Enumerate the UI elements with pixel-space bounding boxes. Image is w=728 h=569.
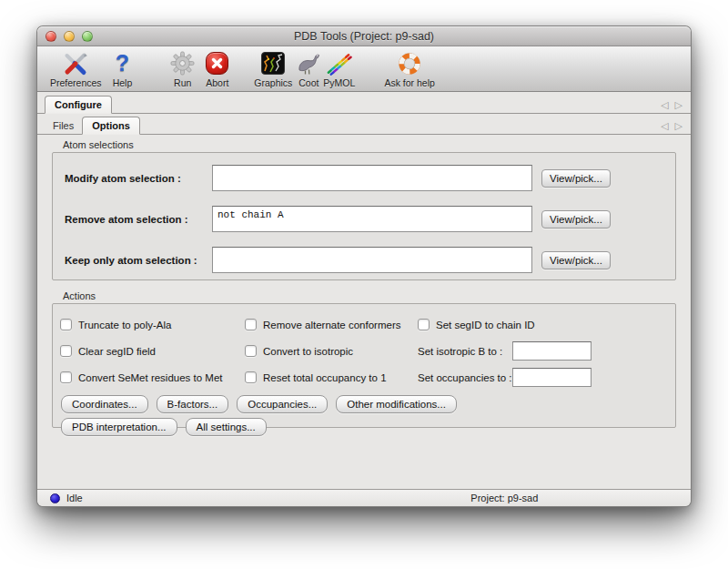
- tab-scroll-right-icon[interactable]: ▷: [675, 121, 682, 131]
- set-isotropic-b-row: Set isotropic B to :: [418, 338, 666, 364]
- molecule-graphics-icon: [261, 52, 285, 75]
- pymol-button[interactable]: PyMOL: [323, 50, 355, 88]
- toolbar-item-label: PyMOL: [323, 77, 355, 88]
- toolbar-item-label: Ask for help: [384, 77, 434, 88]
- checkbox-convert-semet[interactable]: Convert SeMet residues to Met: [60, 364, 245, 391]
- b-factors-button[interactable]: B-factors...: [157, 395, 229, 413]
- checkbox-remove-alternate-conformers[interactable]: Remove alternate conformers: [245, 311, 418, 338]
- status-bar: Idle Project: p9-sad: [37, 489, 691, 506]
- keep-only-viewpick-button[interactable]: View/pick...: [541, 251, 611, 269]
- rainbow-ribbon-icon: [326, 50, 352, 76]
- checkbox-truncate-polyala[interactable]: Truncate to poly-Ala: [60, 311, 245, 338]
- ask-for-help-button[interactable]: Ask for help: [384, 50, 434, 88]
- toolbar-item-label: Abort: [206, 77, 228, 88]
- keep-only-selection-row: Keep only atom selection : View/pick...: [65, 239, 666, 280]
- window-title: PDB Tools (Project: p9-sad): [294, 30, 434, 43]
- remove-selection-row: Remove atom selection : not chain A View…: [65, 198, 666, 239]
- checkbox-icon[interactable]: [418, 319, 430, 330]
- toolbar-item-label: Run: [174, 77, 191, 88]
- modify-selection-label: Modify atom selection :: [65, 173, 212, 184]
- stop-x-icon: [206, 52, 228, 75]
- atom-selections-group: Modify atom selection : View/pick... Rem…: [52, 152, 676, 280]
- checkbox-icon[interactable]: [245, 371, 257, 383]
- coot-bird-icon: [296, 50, 321, 76]
- pdb-interpretation-button[interactable]: PDB interpretation...: [61, 418, 177, 436]
- coordinates-button[interactable]: Coordinates...: [61, 395, 148, 413]
- atom-selections-group-label: Atom selections: [63, 139, 676, 150]
- tab-scroll-left-icon[interactable]: ◁: [661, 100, 668, 110]
- set-occupancies-input[interactable]: [512, 368, 592, 387]
- abort-button[interactable]: Abort: [206, 50, 228, 88]
- gear-icon: [170, 50, 195, 76]
- close-button[interactable]: [46, 31, 56, 42]
- remove-selection-label: Remove atom selection :: [65, 214, 212, 225]
- set-isotropic-b-label: Set isotropic B to :: [418, 346, 512, 357]
- pdb-tools-window: PDB Tools (Project: p9-sad) Preferences …: [36, 25, 692, 507]
- zoom-button[interactable]: [82, 31, 93, 42]
- question-mark-icon: ?: [116, 52, 129, 75]
- remove-viewpick-button[interactable]: View/pick...: [541, 210, 611, 229]
- lifebuoy-icon: [397, 50, 422, 76]
- crossed-tools-icon: [63, 50, 88, 76]
- run-button[interactable]: Run: [170, 50, 195, 88]
- checkbox-reset-occupancy[interactable]: Reset total occupancy to 1: [245, 364, 418, 391]
- actions-group: Truncate to poly-Ala Clear segID field C…: [52, 303, 676, 428]
- actions-group-label: Actions: [63, 290, 676, 301]
- toolbar-item-label: Coot: [298, 77, 318, 88]
- preferences-button[interactable]: Preferences: [50, 50, 102, 88]
- occupancies-button[interactable]: Occupancies...: [237, 395, 328, 413]
- graphics-button[interactable]: Graphics: [254, 50, 292, 88]
- tab-configure[interactable]: Configure: [45, 96, 112, 114]
- set-isotropic-b-input[interactable]: [512, 341, 592, 361]
- minimize-button[interactable]: [64, 31, 75, 42]
- checkbox-clear-segid[interactable]: Clear segID field: [60, 338, 245, 364]
- other-modifications-button[interactable]: Other modifications...: [336, 395, 457, 413]
- configure-tabstrip: Configure ◁ ▷: [37, 92, 691, 114]
- checkbox-set-segid-chainid[interactable]: Set segID to chain ID: [418, 311, 666, 338]
- keep-only-selection-input[interactable]: [212, 247, 532, 273]
- modify-selection-input[interactable]: [212, 165, 532, 191]
- checkbox-convert-isotropic[interactable]: Convert to isotropic: [245, 338, 418, 364]
- toolbar-item-label: Graphics: [254, 77, 292, 88]
- keep-only-selection-label: Keep only atom selection :: [65, 255, 212, 266]
- tab-files[interactable]: Files: [45, 117, 82, 135]
- set-occupancies-row: Set occupancies to :: [418, 364, 666, 391]
- status-text: Idle: [66, 493, 83, 503]
- tab-scroll-left-icon[interactable]: ◁: [661, 121, 668, 131]
- modify-viewpick-button[interactable]: View/pick...: [541, 169, 611, 188]
- options-panel: Atom selections Modify atom selection : …: [37, 135, 691, 489]
- coot-button[interactable]: Coot: [296, 50, 321, 88]
- checkbox-icon[interactable]: [60, 345, 72, 357]
- project-label: Project: p9-sad: [470, 493, 538, 503]
- checkbox-icon[interactable]: [60, 371, 72, 383]
- toolbar-item-label: Help: [113, 77, 133, 88]
- tab-options[interactable]: Options: [82, 117, 140, 135]
- files-options-tabstrip: Files Options ◁ ▷: [37, 114, 691, 135]
- toolbar-item-label: Preferences: [50, 77, 102, 88]
- all-settings-button[interactable]: All settings...: [186, 418, 267, 436]
- help-button[interactable]: ? Help: [113, 50, 133, 88]
- checkbox-icon[interactable]: [245, 345, 257, 357]
- set-occupancies-label: Set occupancies to :: [418, 372, 512, 383]
- checkbox-icon[interactable]: [60, 319, 72, 330]
- remove-selection-input[interactable]: not chain A: [212, 206, 532, 232]
- checkbox-icon[interactable]: [245, 319, 257, 330]
- toolbar: Preferences ? Help: [37, 46, 691, 92]
- status-indicator-icon: [50, 493, 60, 503]
- title-bar[interactable]: PDB Tools (Project: p9-sad): [37, 26, 691, 46]
- tab-scroll-right-icon[interactable]: ▷: [675, 100, 682, 110]
- modify-selection-row: Modify atom selection : View/pick...: [65, 157, 666, 198]
